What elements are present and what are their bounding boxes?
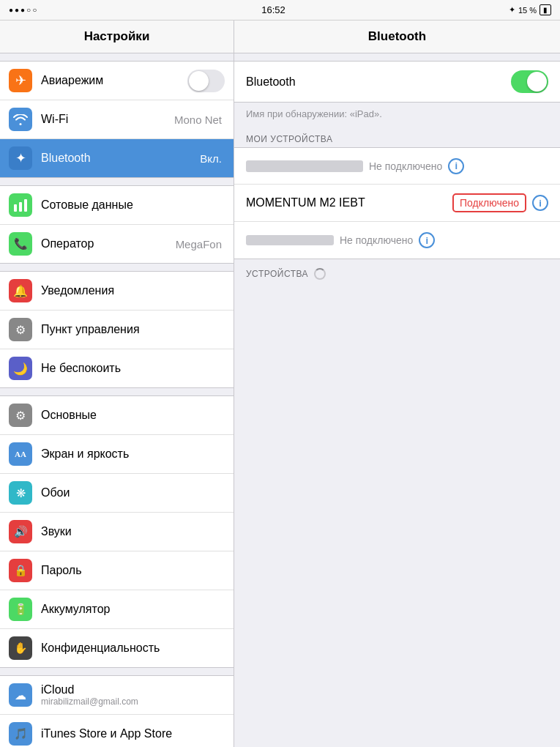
settings-group-network: ✈ Авиарежим Wi-Fi Mono Net ✦ Bluetooth — [0, 61, 234, 178]
sidebar-item-control[interactable]: ⚙ Пункт управления — [0, 311, 234, 349]
notifications-label: Уведомления — [41, 284, 225, 297]
sidebar-header: Настройки — [0, 21, 234, 53]
settings-group-system: ⚙ Основные AA Экран и яркость ❋ Обои 🔊 З… — [0, 395, 234, 668]
control-label: Пункт управления — [41, 323, 225, 336]
bluetooth-toggle[interactable] — [511, 70, 548, 93]
airplane-icon: ✈ — [9, 69, 32, 92]
status-bar: ●●●○○ 16:52 ✦ 15 % ▮ — [0, 0, 560, 21]
device-info-btn-1[interactable]: i — [448, 158, 464, 174]
my-devices-section: Не подключено i MOMENTUM M2 IEBT Подключ… — [234, 147, 560, 259]
icloud-label: iCloud — [41, 683, 225, 696]
device-placeholder-1 — [246, 160, 363, 172]
bluetooth-icon: ✦ — [9, 146, 32, 170]
icloud-label-stack: iCloud mirabilizmail@gmail.com — [41, 683, 225, 707]
dnd-label: Не беспокоить — [41, 362, 225, 375]
scanning-label: УСТРОЙСТВА — [234, 259, 560, 283]
sidebar-item-wifi[interactable]: Wi-Fi Mono Net — [0, 100, 234, 139]
right-header: Bluetooth — [234, 21, 560, 53]
scanning-text: УСТРОЙСТВА — [246, 269, 308, 279]
dnd-icon: 🌙 — [9, 357, 32, 380]
sidebar-item-passcode[interactable]: 🔒 Пароль — [0, 551, 234, 590]
cellular-label: Сотовые данные — [41, 198, 225, 212]
passcode-label: Пароль — [41, 564, 225, 577]
notifications-icon: 🔔 — [9, 279, 32, 302]
status-right: ✦ 15 % ▮ — [509, 4, 551, 15]
cellular-icon — [9, 193, 32, 217]
right-content: Bluetooth Имя при обнаружении: «iPad». М… — [234, 53, 560, 283]
sidebar: Настройки ✈ Авиарежим Wi-Fi Mono Net — [0, 21, 234, 747]
sidebar-item-airplane[interactable]: ✈ Авиарежим — [0, 62, 234, 100]
discovery-text: Имя при обнаружении: «iPad». — [234, 103, 560, 128]
sounds-label: Звуки — [41, 525, 225, 538]
sidebar-item-dnd[interactable]: 🌙 Не беспокоить — [0, 349, 234, 387]
phone-icon: 📞 — [9, 232, 32, 256]
settings-group-cellular: Сотовые данные 📞 Оператор MegaFon — [0, 185, 234, 264]
sidebar-item-sounds[interactable]: 🔊 Звуки — [0, 513, 234, 551]
status-time: 16:52 — [261, 4, 285, 15]
device-status-1: Не подключено — [369, 160, 442, 172]
settings-group-notifications: 🔔 Уведомления ⚙ Пункт управления 🌙 Не бе… — [0, 271, 234, 388]
status-left: ●●●○○ — [9, 6, 38, 14]
airplane-toggle[interactable] — [187, 70, 225, 92]
bluetooth-section: Bluetooth — [234, 61, 560, 103]
momentum-connected-badge: Подключено — [452, 193, 526, 212]
operator-label: Оператор — [41, 237, 176, 250]
wallpaper-icon: ❋ — [9, 481, 32, 505]
sidebar-item-bluetooth[interactable]: ✦ Bluetooth Вкл. — [0, 139, 234, 177]
sidebar-item-battery[interactable]: 🔋 Аккумулятор — [0, 590, 234, 629]
battery-text: 15 % — [518, 6, 537, 15]
sidebar-item-cellular[interactable]: Сотовые данные — [0, 186, 234, 225]
operator-value: MegaFon — [176, 238, 222, 250]
momentum-info-btn[interactable]: i — [532, 195, 548, 211]
settings-group-accounts: ☁ iCloud mirabilizmail@gmail.com 🎵 iTune… — [0, 675, 234, 747]
wifi-icon — [9, 108, 32, 131]
svg-rect-2 — [24, 199, 27, 212]
sidebar-item-privacy[interactable]: ✋ Конфиденциальность — [0, 629, 234, 667]
momentum-name: MOMENTUM M2 IEBT — [246, 196, 452, 209]
sidebar-item-wallpaper[interactable]: ❋ Обои — [0, 474, 234, 513]
my-devices-header: МОИ УСТРОЙСТВА — [234, 128, 560, 147]
airplane-label: Авиарежим — [41, 74, 187, 87]
icloud-icon: ☁ — [9, 683, 32, 707]
bluetooth-status-icon: ✦ — [509, 5, 515, 15]
control-icon: ⚙ — [9, 318, 32, 341]
display-label: Экран и яркость — [41, 447, 225, 461]
svg-rect-1 — [19, 202, 22, 212]
wifi-value: Mono Net — [174, 114, 222, 126]
battery-label: Аккумулятор — [41, 603, 225, 616]
main-layout: Настройки ✈ Авиарежим Wi-Fi Mono Net — [0, 21, 560, 747]
device-row-3[interactable]: Не подключено i — [234, 222, 560, 259]
sidebar-item-display[interactable]: AA Экран и яркость — [0, 435, 234, 474]
bluetooth-label: Bluetooth — [41, 152, 200, 165]
bluetooth-toggle-row: Bluetooth — [234, 62, 560, 102]
general-icon: ⚙ — [9, 404, 32, 427]
right-panel: Bluetooth Bluetooth Имя при обнаружении:… — [234, 21, 560, 747]
wallpaper-label: Обои — [41, 486, 225, 499]
battery-icon: 🔋 — [9, 598, 32, 621]
bluetooth-value: Вкл. — [200, 152, 222, 165]
itunes-label: iTunes Store и App Store — [41, 727, 225, 740]
device-info-btn-3[interactable]: i — [419, 232, 435, 248]
wifi-label: Wi-Fi — [41, 113, 174, 126]
sidebar-item-icloud[interactable]: ☁ iCloud mirabilizmail@gmail.com — [0, 676, 234, 715]
sidebar-item-notifications[interactable]: 🔔 Уведомления — [0, 272, 234, 311]
signal-dots: ●●●○○ — [9, 6, 38, 14]
battery-icon: ▮ — [540, 4, 551, 15]
sidebar-item-general[interactable]: ⚙ Основные — [0, 396, 234, 435]
itunes-icon: 🎵 — [9, 722, 32, 746]
bluetooth-row-label: Bluetooth — [246, 75, 511, 89]
privacy-icon: ✋ — [9, 636, 32, 660]
device-row-1[interactable]: Не подключено i — [234, 148, 560, 185]
privacy-label: Конфиденциальность — [41, 642, 225, 655]
sounds-icon: 🔊 — [9, 520, 32, 543]
device-status-3: Не подключено — [340, 234, 413, 246]
sidebar-item-itunes[interactable]: 🎵 iTunes Store и App Store — [0, 715, 234, 747]
general-label: Основные — [41, 409, 225, 422]
scanning-spinner — [314, 268, 326, 280]
display-icon: AA — [9, 442, 32, 466]
svg-rect-0 — [14, 204, 17, 212]
passcode-icon: 🔒 — [9, 559, 32, 582]
device-row-momentum[interactable]: MOMENTUM M2 IEBT Подключено i — [234, 185, 560, 222]
sidebar-item-operator[interactable]: 📞 Оператор MegaFon — [0, 225, 234, 263]
device-placeholder-3 — [246, 235, 334, 245]
